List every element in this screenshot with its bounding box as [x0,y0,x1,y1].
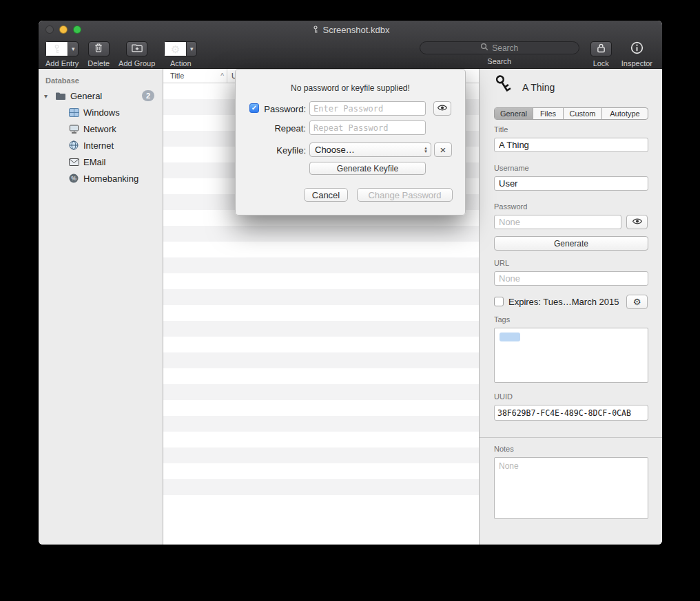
sidebar-item-windows[interactable]: Windows [39,104,163,120]
tab-custom[interactable]: Custom [564,108,602,119]
tab-files[interactable]: Files [533,108,564,119]
chevron-down-icon: ▾ [72,45,75,52]
reveal-password-button[interactable] [626,215,648,229]
trash-icon [94,43,103,56]
uuid-label: UUID [494,392,513,401]
inspector-divider [480,437,662,438]
add-group-label: Add Group [119,59,155,67]
sidebar-item-label: EMail [83,157,106,167]
sidebar-item-network[interactable]: Network [39,120,163,137]
sidebar-item-general[interactable]: ▾ General 2 [39,87,163,104]
action-button[interactable]: ⚙ ▾ [164,41,197,56]
dialog-password-input[interactable] [309,101,426,116]
window-title: Screenshot.kdbx [311,25,390,35]
gear-icon: ⚙ [165,42,186,56]
username-field-label: Username [494,164,529,172]
notes-label: Notes [494,445,514,453]
lock-button[interactable] [590,41,612,56]
url-field[interactable] [494,271,648,286]
dialog-message: No password or keyfile supplied! [236,83,465,93]
lock-icon [597,43,606,56]
sort-ascending-icon: ^ [220,72,224,80]
delete-button[interactable] [88,41,110,56]
disclosure-triangle-icon[interactable]: ▾ [44,92,52,100]
sidebar-item-label: Internet [83,140,114,151]
minimize-button[interactable] [59,25,68,34]
entry-title-heading: A Thing [522,82,555,93]
tag-chip[interactable] [500,333,520,341]
toolbar-item-search: Search Search [420,41,579,65]
check-icon: ✓ [251,105,257,112]
action-dropdown[interactable]: ▾ [186,42,196,56]
generate-keyfile-button[interactable]: Generate Keyfile [309,162,426,175]
password-field[interactable] [494,215,621,229]
tab-general[interactable]: General [495,108,533,119]
action-label: Action [170,59,192,67]
entry-key-icon [490,70,518,100]
sidebar-item-email[interactable]: EMail [39,154,163,170]
key-plus-icon [46,42,68,56]
inspector-toggle-button[interactable] [630,41,644,56]
column-header-title[interactable]: Title ^ [163,69,227,83]
toolbar-item-delete: Delete [88,41,110,67]
window-chrome: Screenshot.kdbx ▾ Add Entry [39,21,662,69]
keyfile-popup-button[interactable]: Choose… ▲ ▼ [309,143,431,157]
password-enable-checkbox[interactable]: ✓ [249,103,259,113]
password-field-label: Password [494,202,527,211]
search-input[interactable]: Search [420,41,579,54]
sidebar-item-homebanking[interactable]: % Homebanking [39,170,163,187]
windows-icon [67,108,81,117]
expires-label: Expires: Tues…March 2015 [508,297,619,307]
expires-settings-button[interactable]: ⚙ [626,295,648,309]
toolbar-item-add-group: Add Group [119,41,155,67]
entry-count-badge: 2 [142,90,154,101]
folder-icon [54,92,68,101]
expires-checkbox[interactable] [494,297,504,306]
notes-field[interactable]: None [494,457,648,519]
chevron-down-icon: ▾ [190,45,194,52]
dialog-repeat-input[interactable] [309,120,426,135]
dialog-repeat-label: Repeat: [260,123,306,134]
sidebar-item-label: Windows [83,107,120,118]
add-group-button[interactable] [126,41,147,56]
toolbar-item-action: ⚙ ▾ Action [164,41,197,67]
sidebar: Database ▾ General 2 Windows Networ [39,69,163,545]
search-label: Search [487,57,511,65]
sidebar-item-label: Network [83,124,116,134]
gear-icon: ⚙ [633,297,641,307]
generate-password-button[interactable]: Generate [494,236,648,251]
add-entry-dropdown[interactable]: ▾ [68,42,78,56]
close-button[interactable] [45,25,54,34]
toolbar-item-add-entry: ▾ Add Entry [45,41,79,67]
cancel-button[interactable]: Cancel [304,188,348,202]
envelope-icon [67,158,81,166]
traffic-lights [45,25,81,34]
title-field-label: Title [494,125,508,134]
clear-keyfile-button[interactable]: × [434,143,452,157]
tags-label: Tags [494,315,510,324]
monitor-icon [67,125,81,134]
document-key-icon [311,25,320,34]
toolbar-right: Search Search Lock [420,41,654,67]
uuid-field[interactable] [494,405,648,421]
notes-placeholder: None [495,458,648,474]
close-x-icon: × [440,144,446,156]
dialog-reveal-password-button[interactable] [433,101,451,116]
tags-box[interactable] [494,328,648,383]
eye-icon [437,103,448,114]
change-password-button[interactable]: Change Password [357,188,453,202]
title-field[interactable] [494,138,648,152]
globe-icon [67,140,81,150]
sidebar-item-internet[interactable]: Internet [39,137,163,154]
folder-plus-icon [132,43,143,55]
add-entry-button[interactable]: ▾ [45,41,79,56]
username-field[interactable] [494,176,648,191]
zoom-button[interactable] [73,25,81,34]
app-window: Screenshot.kdbx ▾ Add Entry [39,21,662,545]
add-entry-label: Add Entry [45,59,79,67]
inspector-label: Inspector [621,59,652,67]
tab-autotype[interactable]: Autotype [602,108,648,119]
sidebar-item-label: Homebanking [83,173,138,184]
inspector-panel: A Thing General Files Custom Autotype Ti… [479,69,662,545]
lock-label: Lock [593,59,609,67]
